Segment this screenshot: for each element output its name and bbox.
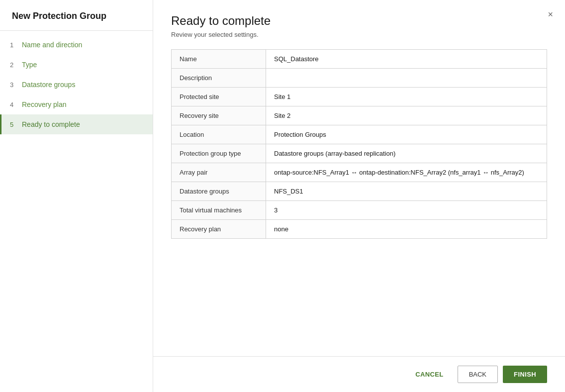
step-label: Recovery plan xyxy=(22,100,67,108)
table-row: Array pair ontap-source:NFS_Array1 ↔ ont… xyxy=(172,163,547,182)
table-row: Description xyxy=(172,69,547,88)
step-label: Type xyxy=(22,61,37,69)
finish-button[interactable]: FINISH xyxy=(503,366,547,383)
row-label: Recovery site xyxy=(172,106,266,125)
page-title: Ready to complete xyxy=(171,14,547,28)
page-subtitle: Review your selected settings. xyxy=(171,31,547,38)
row-value: ontap-source:NFS_Array1 ↔ ontap-destinat… xyxy=(266,163,547,182)
table-row: Protection group type Datastore groups (… xyxy=(172,144,547,163)
table-row: Location Protection Groups xyxy=(172,125,547,144)
row-label: Location xyxy=(172,125,266,144)
sidebar-step-4[interactable]: 4 Recovery plan xyxy=(0,95,153,114)
table-row: Recovery plan none xyxy=(172,220,547,239)
table-row: Datastore groups NFS_DS1 xyxy=(172,182,547,201)
sidebar-step-3[interactable]: 3 Datastore groups xyxy=(0,75,153,95)
row-label: Array pair xyxy=(172,163,266,182)
row-label: Total virtual machines xyxy=(172,201,266,220)
step-number: 4 xyxy=(10,101,17,108)
row-value: Protection Groups xyxy=(266,125,547,144)
step-number: 5 xyxy=(10,121,17,128)
row-value: 3 xyxy=(266,201,547,220)
cancel-button[interactable]: CANCEL xyxy=(406,366,453,383)
new-protection-group-dialog: New Protection Group 1 Name and directio… xyxy=(0,0,565,392)
table-row: Name SQL_Datastore xyxy=(172,50,547,69)
step-label: Datastore groups xyxy=(22,81,75,89)
summary-table: Name SQL_Datastore Description Protected… xyxy=(171,49,547,239)
step-number: 1 xyxy=(10,41,17,49)
row-label: Recovery plan xyxy=(172,220,266,239)
row-label: Name xyxy=(172,50,266,69)
step-number: 3 xyxy=(10,81,17,89)
row-label: Description xyxy=(172,69,266,88)
row-value: NFS_DS1 xyxy=(266,182,547,201)
step-label: Name and direction xyxy=(22,41,82,49)
dialog-title: New Protection Group xyxy=(0,0,153,31)
back-button[interactable]: BACK xyxy=(458,366,498,383)
close-button[interactable]: × xyxy=(548,10,553,19)
row-value: none xyxy=(266,220,547,239)
row-label: Datastore groups xyxy=(172,182,266,201)
row-label: Protection group type xyxy=(172,144,266,163)
row-value: Site 2 xyxy=(266,106,547,125)
step-number: 2 xyxy=(10,61,17,69)
steps-list: 1 Name and direction 2 Type 3 Datastore … xyxy=(0,31,153,138)
sidebar-step-1[interactable]: 1 Name and direction xyxy=(0,35,153,55)
row-label: Protected site xyxy=(172,88,266,106)
main-panel: × Ready to complete Review your selected… xyxy=(153,0,565,392)
step-label: Ready to complete xyxy=(22,120,80,128)
sidebar-step-2[interactable]: 2 Type xyxy=(0,55,153,75)
row-value: Datastore groups (array-based replicatio… xyxy=(266,144,547,163)
row-value: Site 1 xyxy=(266,88,547,106)
row-value: SQL_Datastore xyxy=(266,50,547,69)
row-value xyxy=(266,69,547,88)
table-row: Total virtual machines 3 xyxy=(172,201,547,220)
table-row: Recovery site Site 2 xyxy=(172,106,547,125)
sidebar-step-5[interactable]: 5 Ready to complete xyxy=(0,114,153,134)
sidebar: New Protection Group 1 Name and directio… xyxy=(0,0,153,392)
table-row: Protected site Site 1 xyxy=(172,88,547,106)
footer: CANCEL BACK FINISH xyxy=(153,356,565,392)
